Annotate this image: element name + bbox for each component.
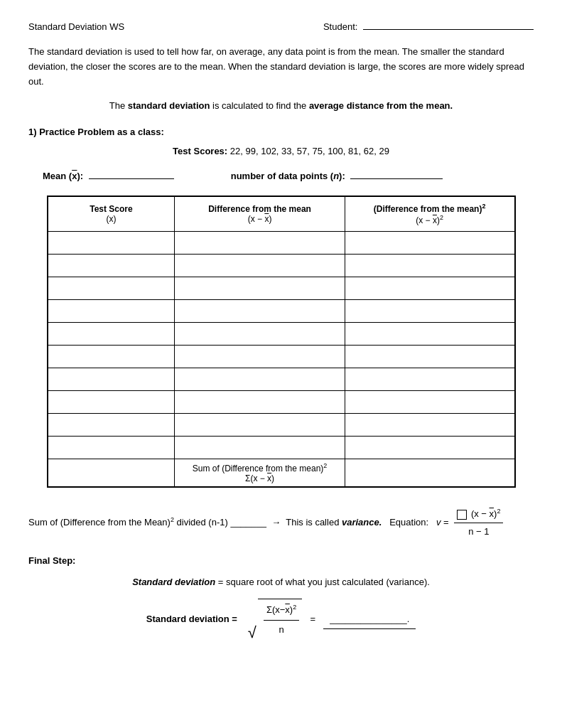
score-cell[interactable] bbox=[48, 368, 175, 391]
diff2-cell[interactable] bbox=[345, 346, 514, 368]
score-cell[interactable] bbox=[48, 391, 175, 414]
score-cell[interactable] bbox=[48, 346, 175, 368]
sum-label: Sum of (Difference from the mean)2 bbox=[193, 464, 328, 473]
diff-cell[interactable] bbox=[175, 255, 345, 277]
diff2-cell[interactable] bbox=[345, 255, 514, 277]
diff-cell[interactable] bbox=[175, 368, 345, 391]
diff-cell[interactable] bbox=[175, 437, 345, 459]
table-row bbox=[48, 277, 515, 300]
table-row bbox=[48, 346, 515, 368]
worksheet-title: Standard Deviation WS bbox=[28, 21, 124, 32]
sum-cell: Sum of (Difference from the mean)2 Σ(x −… bbox=[175, 459, 345, 488]
diff2-cell[interactable] bbox=[345, 414, 514, 437]
checkbox-icon bbox=[457, 510, 467, 520]
diff-cell[interactable] bbox=[175, 391, 345, 414]
sqrt-content: Σ(x−x)2 n bbox=[258, 599, 302, 640]
mean-n-row: Mean (x): number of data points (n): bbox=[28, 171, 534, 181]
std-dev-def-text: = square root of what you just calculate… bbox=[218, 577, 430, 587]
table-row bbox=[48, 255, 515, 277]
n-label: number of data points (n): bbox=[231, 171, 443, 181]
variance-section: Sum of (Difference from the Mean)2 divid… bbox=[28, 505, 534, 540]
diff-cell[interactable] bbox=[175, 277, 345, 300]
diff-cell[interactable] bbox=[175, 232, 345, 255]
diff-cell[interactable] bbox=[175, 414, 345, 437]
table-row bbox=[48, 437, 515, 459]
intro-paragraph: The standard deviation is used to tell h… bbox=[28, 45, 534, 89]
score-cell[interactable] bbox=[48, 300, 175, 323]
final-answer-blank[interactable]: _______________. bbox=[323, 610, 416, 629]
sum-row: Sum of (Difference from the mean)2 Σ(x −… bbox=[48, 459, 515, 488]
std-dev-bold: Standard deviation bbox=[132, 577, 215, 587]
score-cell[interactable] bbox=[48, 414, 175, 437]
diff-cell[interactable] bbox=[175, 323, 345, 346]
student-blank[interactable] bbox=[363, 29, 534, 30]
std-dev-label: Standard deviation = bbox=[146, 614, 237, 624]
variance-fraction: (x − x)2 n − 1 bbox=[454, 505, 503, 540]
score-cell[interactable] bbox=[48, 255, 175, 277]
table-row bbox=[48, 300, 515, 323]
sqrt-icon: √ bbox=[248, 625, 256, 641]
score-cell[interactable] bbox=[48, 232, 175, 255]
std-dev-definition: Standard deviation = square root of what… bbox=[28, 573, 534, 592]
diff2-cell[interactable] bbox=[345, 391, 514, 414]
std-dev-formula-line: Standard deviation = √ Σ(x−x)2 n = _____… bbox=[28, 599, 534, 640]
diff-cell[interactable] bbox=[175, 300, 345, 323]
page-header: Standard Deviation WS Student: bbox=[28, 21, 534, 32]
score-cell[interactable] bbox=[48, 323, 175, 346]
diff2-cell[interactable] bbox=[345, 277, 514, 300]
definition-line: The standard deviation is calculated to … bbox=[28, 99, 534, 114]
diff2-cell[interactable] bbox=[345, 300, 514, 323]
final-step-header: Final Step: bbox=[28, 555, 534, 566]
std-dev-bold: standard deviation bbox=[128, 100, 210, 111]
problem1-header: 1) Practice Problem as a class: bbox=[28, 127, 534, 137]
diff2-cell[interactable] bbox=[345, 368, 514, 391]
table-row bbox=[48, 323, 515, 346]
avg-dist-bold: average distance from the mean. bbox=[309, 100, 453, 111]
table-row bbox=[48, 368, 515, 391]
diff2-cell[interactable] bbox=[345, 232, 514, 255]
table-row bbox=[48, 391, 515, 414]
diff2-cell[interactable] bbox=[345, 323, 514, 346]
col-score-header: Test Score (x) bbox=[48, 196, 175, 232]
score-cell[interactable] bbox=[48, 277, 175, 300]
sum-formula: Σ(x − x) bbox=[245, 473, 274, 483]
table-row bbox=[48, 232, 515, 255]
sum-empty2[interactable] bbox=[345, 459, 514, 488]
mean-blank[interactable] bbox=[89, 178, 174, 179]
student-field: Student: bbox=[323, 21, 534, 32]
variance-text1: Sum of (Difference from the Mean)2 divid… bbox=[28, 517, 503, 528]
test-scores-label: Test Scores: bbox=[173, 146, 227, 156]
diff-cell[interactable] bbox=[175, 346, 345, 368]
n-blank[interactable] bbox=[350, 178, 443, 179]
sqrt-fraction: Σ(x−x)2 n bbox=[264, 601, 299, 638]
table-row bbox=[48, 414, 515, 437]
score-cell[interactable] bbox=[48, 437, 175, 459]
test-scores-line: Test Scores: 22, 99, 102, 33, 57, 75, 10… bbox=[28, 146, 534, 156]
student-label: Student: bbox=[323, 21, 357, 32]
test-scores-values: 22, 99, 102, 33, 57, 75, 100, 81, 62, 29 bbox=[230, 146, 389, 156]
data-table: Test Score (x) Difference from the mean … bbox=[47, 196, 516, 488]
sum-empty1 bbox=[48, 459, 175, 488]
col-diff-header: Difference from the mean (x − x) bbox=[175, 196, 345, 232]
mean-label: Mean (x): bbox=[43, 171, 231, 181]
diff2-cell[interactable] bbox=[345, 437, 514, 459]
sqrt-formula: √ Σ(x−x)2 n bbox=[248, 599, 302, 640]
col-diff2-header: (Difference from the mean)2 (x − x)2 bbox=[345, 196, 514, 232]
